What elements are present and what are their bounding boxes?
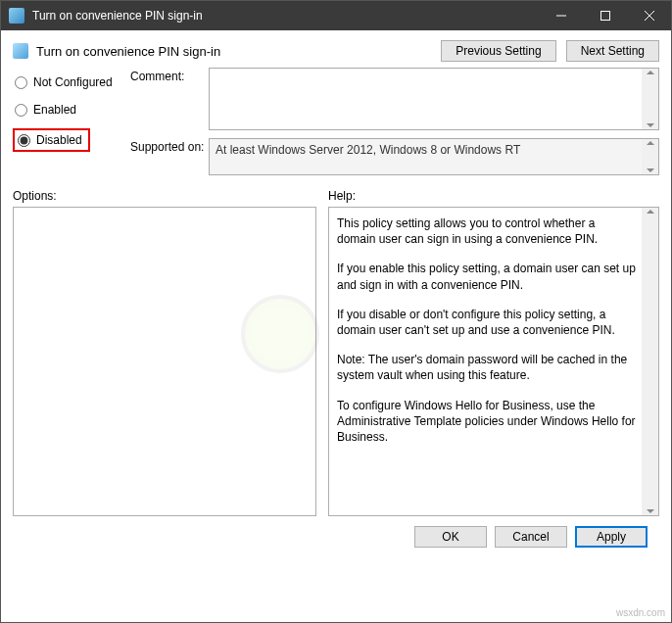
svg-rect-1 [600,12,609,21]
ok-button[interactable]: OK [414,526,487,548]
supported-on-text: At least Windows Server 2012, Windows 8 … [216,143,520,157]
scrollbar[interactable] [642,208,658,515]
radio-label: Disabled [36,133,82,147]
help-text: This policy setting allows you to contro… [337,216,637,247]
radio-enabled-input[interactable] [15,104,27,117]
radio-label: Enabled [33,103,76,117]
policy-icon [9,8,24,24]
radio-disabled-input[interactable] [18,134,30,147]
radio-not-configured-input[interactable] [15,76,27,89]
supported-on-field: At least Windows Server 2012, Windows 8 … [209,138,659,175]
state-radios: Not Configured Enabled Disabled [13,68,130,175]
watermark-text: wsxdn.com [616,607,665,618]
minimize-button[interactable] [539,1,583,30]
help-panel: This policy setting allows you to contro… [328,207,659,516]
highlight-box: Disabled [13,128,90,152]
apply-button[interactable]: Apply [575,526,648,548]
radio-enabled[interactable]: Enabled [13,101,130,119]
radio-not-configured[interactable]: Not Configured [13,73,130,91]
maximize-button[interactable] [583,1,627,30]
radio-disabled[interactable]: Disabled [16,131,84,149]
close-button[interactable] [627,1,671,30]
options-panel [13,207,316,516]
help-text: To configure Windows Hello for Business,… [337,398,637,446]
radio-label: Not Configured [33,75,113,89]
scrollbar[interactable] [642,69,658,129]
options-label: Options: [13,189,316,203]
comment-label: Comment: [130,68,209,130]
titlebar: Turn on convenience PIN sign-in [1,1,671,30]
supported-label: Supported on: [130,138,209,175]
scrollbar[interactable] [642,139,658,174]
help-text: If you enable this policy setting, a dom… [337,261,637,292]
policy-title: Turn on convenience PIN sign-in [36,44,441,59]
help-text: Note: The user's domain password will be… [337,352,637,383]
help-text: If you disable or don't configure this p… [337,307,637,338]
cancel-button[interactable]: Cancel [495,526,567,548]
policy-dialog: Turn on convenience PIN sign-in Turn on … [0,0,672,623]
help-label: Help: [328,189,356,203]
previous-setting-button[interactable]: Previous Setting [441,40,555,62]
window-title: Turn on convenience PIN sign-in [32,9,539,23]
comment-textarea[interactable] [209,68,659,130]
next-setting-button[interactable]: Next Setting [566,40,659,62]
policy-icon [13,43,28,59]
